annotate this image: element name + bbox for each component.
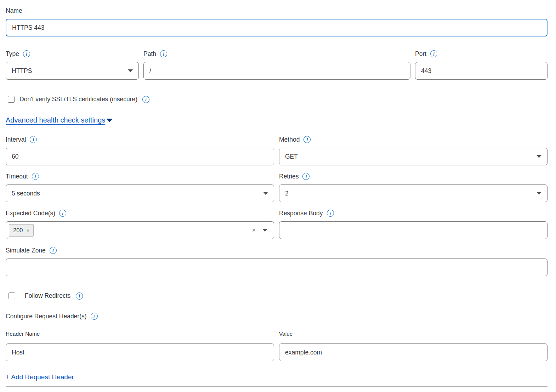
health-check-form: Name Type i HTTPS Path i Port i <box>0 0 556 387</box>
path-label: Path <box>143 50 156 58</box>
simulate-zone-input[interactable] <box>6 259 548 276</box>
path-field: Path i <box>143 50 410 80</box>
request-headers-label-row: Configure Request Header(s) i <box>6 312 548 320</box>
add-header-row: + Add Request Header <box>6 373 548 381</box>
expected-codes-multiselect[interactable]: 200 × × <box>6 221 274 239</box>
timeout-select-value: 5 seconds <box>12 190 40 197</box>
method-label-row: Method i <box>279 135 548 144</box>
simulate-zone-field: Simulate Zone i <box>6 246 548 276</box>
tag-remove-icon[interactable]: × <box>27 228 30 233</box>
header-row: Header Name Value <box>6 331 548 361</box>
method-select[interactable]: GET <box>279 148 548 165</box>
timeout-field: Timeout i 5 seconds <box>6 172 274 202</box>
follow-redirects-label: Follow Redirects <box>25 292 70 300</box>
method-select-value: GET <box>285 153 298 160</box>
type-label-row: Type i <box>6 50 139 58</box>
type-label: Type <box>6 50 19 58</box>
type-path-port-row: Type i HTTPS Path i Port i <box>6 50 548 80</box>
method-label: Method <box>279 136 300 143</box>
multiselect-controls: × <box>252 227 267 233</box>
follow-redirects-info-icon[interactable]: i <box>76 292 83 300</box>
chevron-down-icon <box>263 192 268 195</box>
name-label: Name <box>6 7 22 15</box>
response-body-input[interactable] <box>279 221 548 239</box>
header-name-label: Header Name <box>6 331 274 338</box>
interval-field: Interval i <box>6 135 274 165</box>
request-headers-label: Configure Request Header(s) <box>6 313 87 320</box>
simulate-zone-label: Simulate Zone <box>6 247 46 254</box>
retries-select-value: 2 <box>285 190 289 197</box>
type-select[interactable]: HTTPS <box>6 62 139 80</box>
advanced-link-row: Advanced health check settings <box>6 116 548 124</box>
interval-info-icon[interactable]: i <box>30 136 37 143</box>
response-body-field: Response Body i <box>279 209 548 239</box>
timeout-select[interactable]: 5 seconds <box>6 184 274 202</box>
add-request-header-link[interactable]: + Add Request Header <box>6 373 74 381</box>
header-value-label: Value <box>279 331 548 338</box>
type-select-value: HTTPS <box>12 67 32 75</box>
ssl-info-icon[interactable]: i <box>142 96 149 103</box>
name-input[interactable] <box>6 19 548 36</box>
code-tag: 200 × <box>9 224 34 237</box>
codes-body-row: Expected Code(s) i 200 × × Response Body… <box>6 209 548 239</box>
path-label-row: Path i <box>143 50 410 58</box>
type-info-icon[interactable]: i <box>23 50 30 57</box>
retries-field: Retries i 2 <box>279 172 548 202</box>
path-info-icon[interactable]: i <box>160 50 167 57</box>
header-name-field: Header Name <box>6 331 274 361</box>
interval-label: Interval <box>6 136 26 143</box>
path-input[interactable] <box>143 62 410 80</box>
interval-method-row: Interval i Method i GET <box>6 135 548 165</box>
expected-codes-label: Expected Code(s) <box>6 210 55 217</box>
port-label: Port <box>415 50 426 58</box>
method-info-icon[interactable]: i <box>303 136 311 143</box>
chevron-down-icon <box>537 192 541 195</box>
request-headers-info-icon[interactable]: i <box>91 313 98 320</box>
clear-all-icon[interactable]: × <box>252 227 256 233</box>
response-body-label-row: Response Body i <box>279 209 548 217</box>
code-tag-value: 200 <box>13 227 23 234</box>
interval-label-row: Interval i <box>6 135 274 144</box>
simulate-zone-info-icon[interactable]: i <box>50 247 57 254</box>
timeout-label-row: Timeout i <box>6 172 274 181</box>
advanced-settings-link[interactable]: Advanced health check settings <box>6 116 113 124</box>
port-label-row: Port i <box>415 50 548 58</box>
response-body-label: Response Body <box>279 210 323 217</box>
type-field: Type i HTTPS <box>6 50 139 80</box>
method-field: Method i GET <box>279 135 548 165</box>
simulate-zone-label-row: Simulate Zone i <box>6 246 548 255</box>
expected-codes-info-icon[interactable]: i <box>59 210 66 217</box>
triangle-down-icon <box>106 119 113 122</box>
expected-codes-label-row: Expected Code(s) i <box>6 209 274 217</box>
ssl-verify-checkbox[interactable] <box>8 96 15 103</box>
name-label-row: Name <box>6 6 548 15</box>
follow-redirects-row: Follow Redirects i <box>6 292 548 300</box>
retries-label-row: Retries i <box>279 172 548 181</box>
timeout-info-icon[interactable]: i <box>32 173 39 180</box>
chevron-down-icon[interactable] <box>262 229 267 232</box>
chevron-down-icon <box>128 69 133 72</box>
expected-codes-field: Expected Code(s) i 200 × × <box>6 209 274 239</box>
header-name-input[interactable] <box>6 343 274 361</box>
port-input[interactable] <box>415 62 548 80</box>
section-divider <box>6 386 548 387</box>
advanced-settings-link-label: Advanced health check settings <box>6 116 105 124</box>
port-info-icon[interactable]: i <box>430 50 437 57</box>
port-field: Port i <box>415 50 548 80</box>
timeout-retries-row: Timeout i 5 seconds Retries i 2 <box>6 172 548 202</box>
follow-redirects-checkbox[interactable] <box>8 292 15 299</box>
header-value-field: Value <box>279 331 548 361</box>
header-value-input[interactable] <box>279 343 548 361</box>
timeout-label: Timeout <box>6 173 28 180</box>
retries-select[interactable]: 2 <box>279 184 548 202</box>
retries-info-icon[interactable]: i <box>302 173 310 180</box>
response-body-info-icon[interactable]: i <box>327 210 334 217</box>
ssl-checkbox-row: Don't verify SSL/TLS certificates (insec… <box>6 96 548 103</box>
ssl-checkbox-label: Don't verify SSL/TLS certificates (insec… <box>19 96 137 103</box>
chevron-down-icon <box>537 155 541 158</box>
interval-input[interactable] <box>6 148 274 165</box>
retries-label: Retries <box>279 173 299 180</box>
